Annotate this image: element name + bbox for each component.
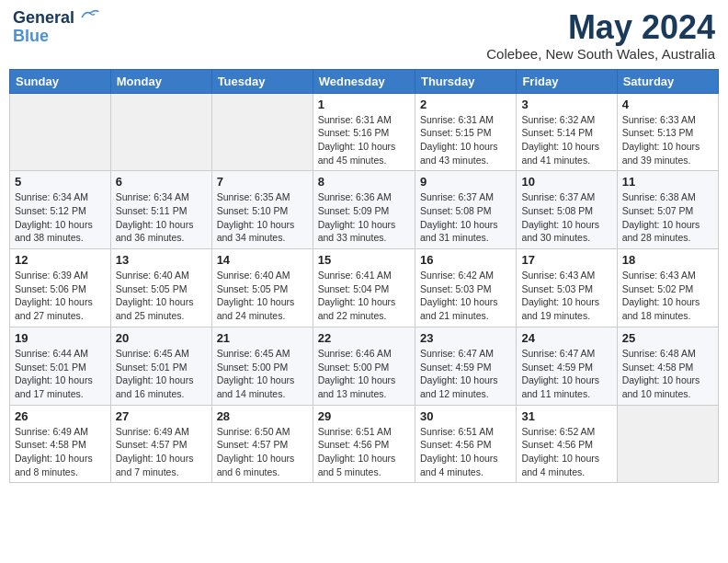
day-number: 4 — [622, 98, 713, 111]
day-number: 16 — [420, 253, 511, 267]
day-number: 12 — [15, 253, 106, 267]
day-info: Sunrise: 6:31 AM Sunset: 5:16 PM Dayligh… — [318, 113, 410, 167]
day-info: Sunrise: 6:49 AM Sunset: 4:57 PM Dayligh… — [116, 425, 207, 479]
calendar-week-row: 19Sunrise: 6:44 AM Sunset: 5:01 PM Dayli… — [10, 327, 719, 405]
calendar-cell: 3Sunrise: 6:32 AM Sunset: 5:14 PM Daylig… — [517, 93, 617, 171]
day-info: Sunrise: 6:41 AM Sunset: 5:04 PM Dayligh… — [318, 269, 410, 323]
day-header-friday: Friday — [517, 69, 617, 93]
day-info: Sunrise: 6:38 AM Sunset: 5:07 PM Dayligh… — [622, 190, 713, 245]
calendar-cell: 17Sunrise: 6:43 AM Sunset: 5:03 PM Dayli… — [517, 249, 617, 327]
day-number: 30 — [420, 409, 511, 423]
calendar-week-row: 5Sunrise: 6:34 AM Sunset: 5:12 PM Daylig… — [10, 171, 719, 249]
calendar-week-row: 26Sunrise: 6:49 AM Sunset: 4:58 PM Dayli… — [10, 405, 719, 483]
day-info: Sunrise: 6:34 AM Sunset: 5:11 PM Dayligh… — [116, 190, 207, 245]
day-info: Sunrise: 6:40 AM Sunset: 5:05 PM Dayligh… — [217, 269, 308, 323]
day-number: 20 — [116, 331, 207, 345]
calendar-cell: 8Sunrise: 6:36 AM Sunset: 5:09 PM Daylig… — [313, 171, 415, 249]
calendar-cell — [10, 93, 111, 171]
calendar-cell: 18Sunrise: 6:43 AM Sunset: 5:02 PM Dayli… — [617, 249, 718, 327]
day-number: 5 — [15, 175, 106, 189]
calendar-week-row: 1Sunrise: 6:31 AM Sunset: 5:16 PM Daylig… — [10, 93, 719, 171]
day-number: 7 — [217, 175, 308, 189]
calendar-cell — [617, 405, 718, 483]
calendar-cell: 29Sunrise: 6:51 AM Sunset: 4:56 PM Dayli… — [313, 405, 415, 483]
day-header-tuesday: Tuesday — [211, 69, 313, 93]
day-info: Sunrise: 6:33 AM Sunset: 5:13 PM Dayligh… — [622, 113, 713, 167]
day-info: Sunrise: 6:31 AM Sunset: 5:15 PM Dayligh… — [420, 113, 511, 167]
day-number: 17 — [521, 253, 611, 267]
calendar-cell: 21Sunrise: 6:45 AM Sunset: 5:00 PM Dayli… — [211, 327, 313, 405]
calendar-cell: 28Sunrise: 6:50 AM Sunset: 4:57 PM Dayli… — [211, 405, 313, 483]
calendar-cell: 1Sunrise: 6:31 AM Sunset: 5:16 PM Daylig… — [313, 93, 415, 171]
day-number: 28 — [217, 409, 308, 423]
day-info: Sunrise: 6:36 AM Sunset: 5:09 PM Dayligh… — [318, 190, 410, 245]
day-number: 13 — [116, 253, 207, 267]
calendar-cell: 6Sunrise: 6:34 AM Sunset: 5:11 PM Daylig… — [110, 171, 211, 249]
calendar-cell: 10Sunrise: 6:37 AM Sunset: 5:08 PM Dayli… — [517, 171, 617, 249]
subtitle: Colebee, New South Wales, Australia — [486, 46, 715, 62]
calendar-cell: 27Sunrise: 6:49 AM Sunset: 4:57 PM Dayli… — [110, 405, 211, 483]
day-number: 27 — [116, 409, 207, 423]
main-title: May 2024 — [486, 9, 715, 46]
calendar-cell: 25Sunrise: 6:48 AM Sunset: 4:58 PM Dayli… — [617, 327, 718, 405]
calendar-cell: 22Sunrise: 6:46 AM Sunset: 5:00 PM Dayli… — [313, 327, 415, 405]
calendar-header-row: SundayMondayTuesdayWednesdayThursdayFrid… — [10, 69, 719, 93]
day-number: 19 — [15, 331, 106, 345]
day-number: 26 — [15, 409, 106, 423]
day-number: 2 — [420, 98, 511, 111]
day-info: Sunrise: 6:47 AM Sunset: 4:59 PM Dayligh… — [521, 347, 611, 401]
logo-general: General — [13, 8, 74, 27]
calendar-cell: 23Sunrise: 6:47 AM Sunset: 4:59 PM Dayli… — [415, 327, 516, 405]
day-number: 6 — [116, 175, 207, 189]
page-header: General Blue May 2024 Colebee, New South… — [9, 9, 719, 62]
day-info: Sunrise: 6:51 AM Sunset: 4:56 PM Dayligh… — [318, 425, 410, 479]
day-number: 14 — [217, 253, 308, 267]
calendar-cell — [110, 93, 211, 171]
calendar-cell: 5Sunrise: 6:34 AM Sunset: 5:12 PM Daylig… — [10, 171, 111, 249]
day-number: 22 — [318, 331, 410, 345]
day-number: 24 — [521, 331, 611, 345]
day-info: Sunrise: 6:47 AM Sunset: 4:59 PM Dayligh… — [420, 347, 511, 401]
day-number: 29 — [318, 409, 410, 423]
day-info: Sunrise: 6:51 AM Sunset: 4:56 PM Dayligh… — [420, 425, 511, 479]
calendar-cell: 7Sunrise: 6:35 AM Sunset: 5:10 PM Daylig… — [211, 171, 313, 249]
day-info: Sunrise: 6:32 AM Sunset: 5:14 PM Dayligh… — [521, 113, 611, 167]
day-number: 25 — [622, 331, 713, 345]
calendar-cell: 31Sunrise: 6:52 AM Sunset: 4:56 PM Dayli… — [517, 405, 617, 483]
day-info: Sunrise: 6:52 AM Sunset: 4:56 PM Dayligh… — [521, 425, 611, 479]
calendar-cell: 30Sunrise: 6:51 AM Sunset: 4:56 PM Dayli… — [415, 405, 516, 483]
day-number: 8 — [318, 175, 410, 189]
calendar-week-row: 12Sunrise: 6:39 AM Sunset: 5:06 PM Dayli… — [10, 249, 719, 327]
day-number: 3 — [521, 98, 611, 111]
day-info: Sunrise: 6:42 AM Sunset: 5:03 PM Dayligh… — [420, 269, 511, 323]
calendar-cell: 4Sunrise: 6:33 AM Sunset: 5:13 PM Daylig… — [617, 93, 718, 171]
day-info: Sunrise: 6:45 AM Sunset: 5:01 PM Dayligh… — [116, 347, 207, 401]
day-number: 23 — [420, 331, 511, 345]
calendar-cell: 24Sunrise: 6:47 AM Sunset: 4:59 PM Dayli… — [517, 327, 617, 405]
day-header-saturday: Saturday — [617, 69, 718, 93]
day-info: Sunrise: 6:49 AM Sunset: 4:58 PM Dayligh… — [15, 425, 106, 479]
day-info: Sunrise: 6:44 AM Sunset: 5:01 PM Dayligh… — [15, 347, 106, 401]
day-info: Sunrise: 6:34 AM Sunset: 5:12 PM Dayligh… — [15, 190, 106, 245]
title-area: May 2024 Colebee, New South Wales, Austr… — [486, 9, 715, 62]
calendar-table: SundayMondayTuesdayWednesdayThursdayFrid… — [9, 69, 719, 484]
day-info: Sunrise: 6:48 AM Sunset: 4:58 PM Dayligh… — [622, 347, 713, 401]
day-number: 31 — [521, 409, 611, 423]
calendar-cell: 15Sunrise: 6:41 AM Sunset: 5:04 PM Dayli… — [313, 249, 415, 327]
day-header-sunday: Sunday — [10, 69, 111, 93]
calendar-cell: 13Sunrise: 6:40 AM Sunset: 5:05 PM Dayli… — [110, 249, 211, 327]
logo-blue: Blue — [13, 28, 49, 44]
calendar-cell — [211, 93, 313, 171]
calendar-cell: 16Sunrise: 6:42 AM Sunset: 5:03 PM Dayli… — [415, 249, 516, 327]
day-number: 15 — [318, 253, 410, 267]
calendar-cell: 11Sunrise: 6:38 AM Sunset: 5:07 PM Dayli… — [617, 171, 718, 249]
calendar-cell: 2Sunrise: 6:31 AM Sunset: 5:15 PM Daylig… — [415, 93, 516, 171]
day-info: Sunrise: 6:40 AM Sunset: 5:05 PM Dayligh… — [116, 269, 207, 323]
calendar-cell: 26Sunrise: 6:49 AM Sunset: 4:58 PM Dayli… — [10, 405, 111, 483]
day-info: Sunrise: 6:37 AM Sunset: 5:08 PM Dayligh… — [521, 190, 611, 245]
calendar-cell: 19Sunrise: 6:44 AM Sunset: 5:01 PM Dayli… — [10, 327, 111, 405]
calendar-cell: 12Sunrise: 6:39 AM Sunset: 5:06 PM Dayli… — [10, 249, 111, 327]
day-info: Sunrise: 6:46 AM Sunset: 5:00 PM Dayligh… — [318, 347, 410, 401]
day-header-wednesday: Wednesday — [313, 69, 415, 93]
logo-bird-icon — [81, 7, 99, 20]
